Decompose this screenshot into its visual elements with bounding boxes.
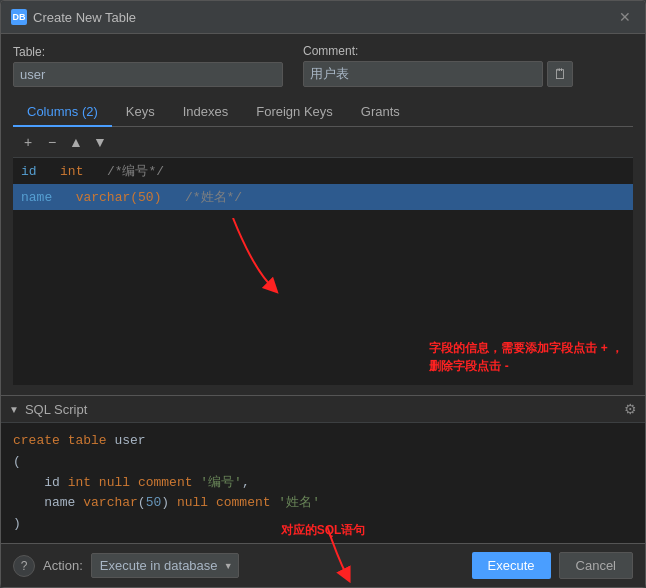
remove-column-button[interactable]: − — [41, 131, 63, 153]
table-field: Table: — [13, 45, 283, 87]
action-select[interactable]: Execute in database Copy to clipboard — [91, 553, 239, 578]
execute-button[interactable]: Execute — [472, 552, 551, 579]
create-table-dialog: DB Create New Table 表名 表的注释信息 ✕ Table: C… — [0, 0, 646, 588]
tab-columns[interactable]: Columns (2) — [13, 98, 112, 127]
tab-foreign-keys[interactable]: Foreign Keys — [242, 98, 347, 127]
table-input[interactable] — [13, 62, 283, 87]
footer: ? Action: Execute in database Copy to cl… — [1, 543, 645, 587]
sql-gear-icon[interactable]: ⚙ — [624, 401, 637, 417]
comment-input[interactable] — [303, 61, 543, 87]
annotation-field-info: 字段的信息，需要添加字段点击 + ，删除字段点击 - — [429, 339, 623, 375]
comment-label: Comment: — [303, 44, 633, 58]
move-up-button[interactable]: ▲ — [65, 131, 87, 153]
move-down-button[interactable]: ▼ — [89, 131, 111, 153]
tab-indexes[interactable]: Indexes — [169, 98, 243, 127]
sql-title: SQL Script — [25, 402, 87, 417]
arrow-field — [173, 218, 293, 298]
sql-section: ▼ SQL Script ⚙ create table user ( id in… — [1, 395, 645, 543]
close-button[interactable]: ✕ — [615, 7, 635, 27]
sql-code-area: create table user ( id int null comment … — [1, 423, 645, 543]
add-column-button[interactable]: + — [17, 131, 39, 153]
tabs-container: Columns (2) Keys Indexes Foreign Keys Gr… — [13, 97, 633, 127]
table-row[interactable]: name varchar(50) /*姓名*/ — [13, 184, 633, 210]
comment-icon-button[interactable]: 🗒 — [547, 61, 573, 87]
dialog-icon: DB — [11, 9, 27, 25]
table-row[interactable]: id int /*编号*/ — [13, 158, 633, 184]
action-label: Action: — [43, 558, 83, 573]
tab-keys[interactable]: Keys — [112, 98, 169, 127]
help-button[interactable]: ? — [13, 555, 35, 577]
dialog-title: Create New Table — [33, 10, 136, 25]
sql-collapse-icon: ▼ — [9, 404, 19, 415]
sql-header[interactable]: ▼ SQL Script ⚙ — [1, 396, 645, 423]
columns-toolbar: + − ▲ ▼ — [13, 127, 633, 158]
title-bar: DB Create New Table 表名 表的注释信息 ✕ — [1, 1, 645, 34]
dialog-body: Table: Comment: 🗒 Columns (2) Keys Index… — [1, 34, 645, 395]
columns-area: id int /*编号*/ name varchar(50) /*姓名*/ 字段… — [13, 158, 633, 385]
comment-field: Comment: 🗒 — [303, 44, 633, 87]
form-row: Table: Comment: 🗒 — [13, 44, 633, 87]
table-label: Table: — [13, 45, 283, 59]
cancel-button[interactable]: Cancel — [559, 552, 633, 579]
tab-grants[interactable]: Grants — [347, 98, 414, 127]
